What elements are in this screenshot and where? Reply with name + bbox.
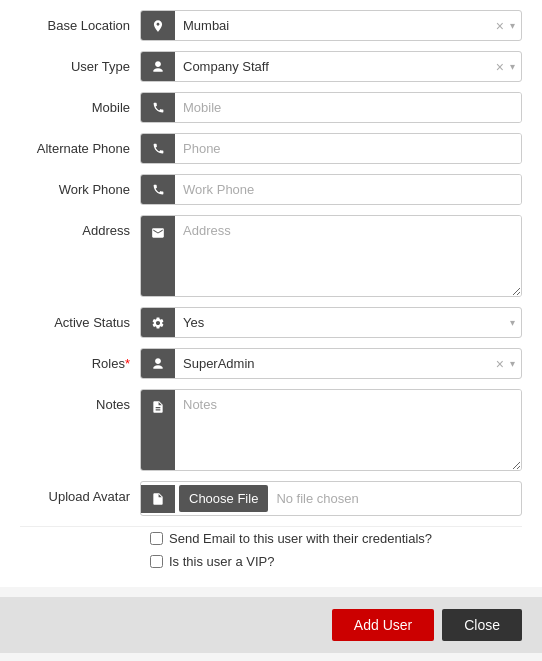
footer-bar: Add User Close — [0, 597, 542, 653]
base-location-group: Mumbai × ▾ — [140, 10, 522, 41]
address-group — [140, 215, 522, 297]
mobile-input[interactable] — [175, 93, 521, 122]
upload-avatar-row: Upload Avatar Choose File No file chosen — [20, 481, 522, 516]
upload-avatar-group: Choose File No file chosen — [140, 481, 522, 516]
vip-checkbox[interactable] — [150, 555, 163, 568]
alternate-phone-group — [140, 133, 522, 164]
roles-row: Roles* SuperAdmin × ▾ — [20, 348, 522, 379]
alternate-phone-row: Alternate Phone — [20, 133, 522, 164]
close-button[interactable]: Close — [442, 609, 522, 641]
notes-row: Notes — [20, 389, 522, 471]
notes-icon — [141, 390, 175, 470]
user-type-row: User Type Company Staff × ▾ — [20, 51, 522, 82]
active-status-group: Yes No ▾ — [140, 307, 522, 338]
roles-arrow: ▾ — [508, 358, 521, 369]
work-phone-input[interactable] — [175, 175, 521, 204]
work-phone-icon — [141, 175, 175, 204]
roles-select[interactable]: SuperAdmin — [175, 349, 492, 378]
user-type-arrow: ▾ — [508, 61, 521, 72]
mobile-label: Mobile — [20, 92, 140, 115]
divider — [20, 526, 522, 527]
address-input[interactable] — [175, 216, 521, 296]
active-status-icon — [141, 308, 175, 337]
work-phone-label: Work Phone — [20, 174, 140, 197]
active-status-row: Active Status Yes No ▾ — [20, 307, 522, 338]
user-type-clear[interactable]: × — [492, 59, 508, 75]
active-status-arrow: ▾ — [508, 317, 521, 328]
base-location-label: Base Location — [20, 10, 140, 33]
active-status-select-wrapper: Yes No ▾ — [175, 308, 521, 337]
base-location-select-wrapper: Mumbai × ▾ — [175, 11, 521, 40]
address-row: Address — [20, 215, 522, 297]
user-type-group: Company Staff × ▾ — [140, 51, 522, 82]
roles-required: * — [125, 356, 130, 371]
send-email-row: Send Email to this user with their crede… — [150, 531, 522, 546]
location-icon — [141, 11, 175, 40]
base-location-clear[interactable]: × — [492, 18, 508, 34]
base-location-row: Base Location Mumbai × ▾ — [20, 10, 522, 41]
user-type-select-wrapper: Company Staff × ▾ — [175, 52, 521, 81]
roles-clear[interactable]: × — [492, 356, 508, 372]
address-icon — [141, 216, 175, 296]
file-name-label: No file chosen — [272, 491, 358, 506]
work-phone-row: Work Phone — [20, 174, 522, 205]
active-status-select[interactable]: Yes No — [175, 308, 508, 337]
mobile-icon — [141, 93, 175, 122]
base-location-arrow: ▾ — [508, 20, 521, 31]
alternate-phone-icon — [141, 134, 175, 163]
notes-group — [140, 389, 522, 471]
upload-avatar-label: Upload Avatar — [20, 481, 140, 504]
roles-label: Roles* — [20, 348, 140, 371]
roles-select-wrapper: SuperAdmin × ▾ — [175, 349, 521, 378]
user-type-icon — [141, 52, 175, 81]
mobile-group — [140, 92, 522, 123]
base-location-select[interactable]: Mumbai — [175, 11, 492, 40]
work-phone-group — [140, 174, 522, 205]
roles-group: SuperAdmin × ▾ — [140, 348, 522, 379]
choose-file-button[interactable]: Choose File — [179, 485, 268, 512]
add-user-button[interactable]: Add User — [332, 609, 434, 641]
send-email-checkbox[interactable] — [150, 532, 163, 545]
send-email-label: Send Email to this user with their crede… — [169, 531, 432, 546]
alternate-phone-label: Alternate Phone — [20, 133, 140, 156]
active-status-label: Active Status — [20, 307, 140, 330]
vip-label: Is this user a VIP? — [169, 554, 275, 569]
roles-icon — [141, 349, 175, 378]
user-type-select[interactable]: Company Staff — [175, 52, 492, 81]
mobile-row: Mobile — [20, 92, 522, 123]
form-container: Base Location Mumbai × ▾ User Type Compa… — [0, 0, 542, 587]
upload-avatar-icon — [141, 485, 175, 513]
user-type-label: User Type — [20, 51, 140, 74]
address-label: Address — [20, 215, 140, 238]
notes-label: Notes — [20, 389, 140, 412]
notes-input[interactable] — [175, 390, 521, 470]
vip-row: Is this user a VIP? — [150, 554, 522, 569]
alternate-phone-input[interactable] — [175, 134, 521, 163]
